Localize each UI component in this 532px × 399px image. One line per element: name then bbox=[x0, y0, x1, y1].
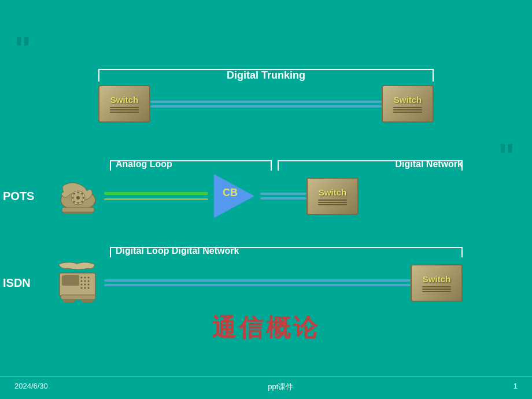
trunking-line-2 bbox=[150, 105, 382, 108]
switch-line bbox=[110, 109, 139, 110]
switch-lines-2 bbox=[393, 107, 422, 113]
svg-point-4 bbox=[77, 192, 79, 194]
digital-connection-lines bbox=[260, 193, 306, 200]
section2-bracket-left bbox=[110, 160, 272, 171]
svg-point-24 bbox=[88, 283, 90, 285]
isdn-line-2 bbox=[104, 284, 411, 286]
switch-line bbox=[318, 200, 347, 201]
switch-lines-3 bbox=[318, 200, 347, 205]
cb-label: CB bbox=[223, 187, 238, 199]
isdn-phone-icon bbox=[52, 260, 104, 306]
digital-line-1 bbox=[260, 193, 306, 195]
isdn-connection-lines bbox=[104, 279, 411, 286]
section2-bracket-right bbox=[278, 160, 463, 171]
section1-bracket bbox=[98, 69, 434, 82]
switch-line bbox=[318, 202, 347, 203]
section2-content-row: POTS bbox=[52, 173, 463, 219]
svg-point-26 bbox=[84, 287, 86, 289]
svg-point-6 bbox=[83, 197, 84, 199]
svg-rect-30 bbox=[82, 299, 93, 302]
switch-line bbox=[393, 107, 422, 108]
section3-isdn: Digital Loop Digital Network ISDN bbox=[52, 246, 463, 306]
switch-label-1: Switch bbox=[110, 95, 138, 105]
switch-label-3: Switch bbox=[319, 187, 346, 197]
svg-point-3 bbox=[76, 196, 80, 200]
olive-line bbox=[104, 198, 208, 200]
svg-point-7 bbox=[82, 201, 83, 203]
svg-point-18 bbox=[88, 276, 90, 278]
telephone-icon bbox=[52, 173, 104, 219]
isdn-line-1 bbox=[104, 279, 411, 282]
chinese-title: 通信概论 bbox=[0, 312, 532, 344]
switch-label-2: Switch bbox=[394, 95, 422, 105]
switch-lines-4 bbox=[422, 286, 451, 292]
svg-point-16 bbox=[81, 276, 83, 278]
svg-point-11 bbox=[73, 193, 75, 195]
pots-label: POTS bbox=[3, 190, 34, 203]
switch-box-2: Switch bbox=[382, 85, 434, 123]
switch-box-4: Switch bbox=[411, 264, 463, 302]
quote-right-decoration: " bbox=[498, 139, 515, 173]
svg-point-23 bbox=[84, 283, 86, 285]
svg-rect-12 bbox=[62, 208, 94, 212]
quote-left-decoration: " bbox=[14, 32, 31, 66]
switch-line bbox=[110, 107, 139, 108]
cb-triangle-shape: CB bbox=[214, 174, 254, 218]
switch-line bbox=[318, 204, 347, 205]
svg-point-25 bbox=[81, 287, 83, 289]
svg-rect-13 bbox=[64, 212, 93, 214]
svg-point-20 bbox=[84, 280, 86, 282]
switch-box-3: Switch bbox=[306, 178, 359, 215]
cb-converter: CB bbox=[211, 174, 257, 218]
svg-rect-29 bbox=[63, 299, 75, 302]
svg-point-17 bbox=[84, 276, 86, 278]
footer-page: 1 bbox=[513, 382, 518, 392]
svg-point-19 bbox=[81, 280, 83, 282]
switch-label-4: Switch bbox=[423, 274, 450, 284]
section2-pots: Analog Loop Digital Network POTS bbox=[52, 159, 463, 219]
digital-line-2 bbox=[260, 197, 306, 200]
switch-line bbox=[393, 109, 422, 110]
svg-point-10 bbox=[72, 197, 74, 199]
svg-rect-28 bbox=[61, 295, 95, 300]
trunking-connection-lines bbox=[150, 101, 382, 108]
svg-rect-15 bbox=[62, 275, 79, 286]
switch-box-1: Switch bbox=[98, 85, 150, 123]
footer-source: ppt课件 bbox=[268, 382, 293, 392]
green-line bbox=[104, 192, 208, 195]
trunking-line-1 bbox=[150, 101, 382, 103]
footer-date: 2024/6/30 bbox=[14, 382, 48, 392]
footer: 2024/6/30 ppt课件 1 bbox=[0, 382, 532, 392]
section3-bracket bbox=[110, 247, 463, 257]
analog-connection-lines bbox=[104, 192, 208, 200]
isdn-label: ISDN bbox=[3, 276, 31, 290]
svg-point-27 bbox=[88, 287, 90, 289]
section3-content-row: ISDN bbox=[52, 260, 463, 306]
switch-line bbox=[393, 112, 422, 113]
switch-line bbox=[422, 289, 451, 290]
svg-point-22 bbox=[81, 283, 83, 285]
switch-line bbox=[422, 286, 451, 287]
switch-line bbox=[422, 291, 451, 292]
svg-point-5 bbox=[82, 193, 83, 195]
svg-point-9 bbox=[73, 201, 75, 203]
switch-line bbox=[110, 112, 139, 113]
section1-content-row: Switch Switch bbox=[98, 85, 434, 123]
svg-point-8 bbox=[77, 202, 79, 204]
svg-point-21 bbox=[88, 280, 90, 282]
footer-divider bbox=[0, 376, 532, 377]
switch-lines-1 bbox=[110, 107, 139, 113]
section1-digital-trunking: Digital Trunking Switch Switch bbox=[98, 69, 434, 123]
